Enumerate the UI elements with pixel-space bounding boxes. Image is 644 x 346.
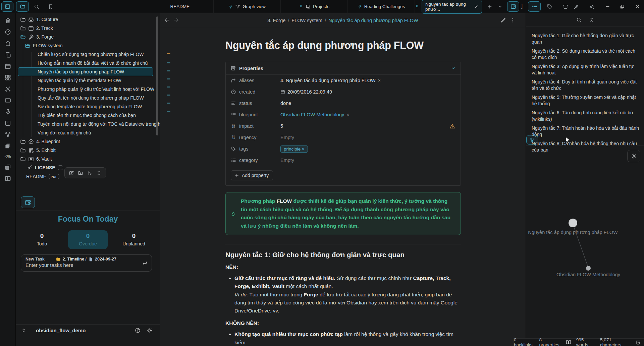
- tree-folder-vault[interactable]: 6. Vault: [16, 155, 160, 163]
- breadcrumb-folder[interactable]: 3. Forge: [267, 18, 285, 23]
- book-open-icon[interactable]: [566, 340, 571, 345]
- explorer-scrollbar[interactable]: [156, 16, 158, 135]
- stat-todo[interactable]: 0 Todo: [22, 230, 62, 249]
- table-icon[interactable]: [4, 175, 11, 182]
- tree-file[interactable]: Vòng đời của một ghi chú: [16, 128, 160, 137]
- remove-icon[interactable]: ×: [378, 78, 381, 83]
- tree-file[interactable]: Hướng dẫn nhanh để bắt đầu viết và tổ ch…: [16, 59, 160, 67]
- internal-link[interactable]: Obsidian FLOW Methodology: [280, 112, 344, 117]
- help-icon[interactable]: [135, 328, 141, 333]
- calendar-icon[interactable]: [4, 63, 11, 69]
- property-row-tags[interactable]: tags principle ×: [226, 143, 461, 155]
- tree-file-selected[interactable]: Nguyên tắc áp dụng phương pháp FLOW: [16, 67, 160, 76]
- breadcrumb-subfolder[interactable]: FLOW system: [291, 18, 322, 23]
- outline-item[interactable]: Nguyên tắc 3: Áp dụng quy trình làm việc…: [532, 63, 640, 76]
- tree-folder-exhibit[interactable]: 5. Exhibit: [16, 146, 160, 155]
- property-row-category[interactable]: category Empty: [226, 155, 461, 166]
- graph-settings-button[interactable]: [627, 150, 640, 162]
- return-icon[interactable]: [142, 261, 148, 266]
- restore-button[interactable]: [618, 1, 627, 12]
- property-row-status[interactable]: status done: [226, 98, 461, 109]
- dice-icon[interactable]: [4, 120, 11, 126]
- microphone-icon[interactable]: [4, 108, 11, 115]
- property-row-blueprint[interactable]: blueprint Obsidian FLOW Methodology×: [226, 109, 461, 120]
- presentation-icon[interactable]: [4, 97, 11, 104]
- templater-icon[interactable]: <%: [4, 154, 11, 159]
- outgoing-links-button[interactable]: [587, 1, 596, 12]
- tree-file[interactable]: Quy tắc đặt tên nội dung theo phương phá…: [16, 94, 160, 102]
- tab-projects[interactable]: Projects: [281, 0, 348, 13]
- archive-view-button[interactable]: [561, 1, 570, 12]
- backlinks-count[interactable]: 0 backlinks: [514, 337, 534, 346]
- trash-icon[interactable]: [4, 17, 11, 24]
- chevron-down-icon[interactable]: [451, 66, 456, 71]
- close-icon[interactable]: [474, 5, 478, 9]
- add-property-button[interactable]: Add property: [231, 170, 273, 180]
- tree-folder-flow-system[interactable]: FLOW system: [16, 41, 160, 50]
- more-options-icon[interactable]: [510, 17, 516, 23]
- overlap-squares-icon[interactable]: [4, 164, 11, 170]
- graph-node-linked[interactable]: [586, 266, 591, 271]
- properties-header[interactable]: Properties: [226, 62, 461, 75]
- toggle-right-sidebar-button[interactable]: [507, 1, 519, 12]
- tree-file[interactable]: Sử dụng template note trong phương pháp …: [16, 102, 160, 111]
- properties-count[interactable]: 8 properties: [539, 337, 560, 346]
- incoming-links-button[interactable]: [572, 1, 581, 12]
- local-graph-button[interactable]: [526, 135, 538, 145]
- calendar-clock-button[interactable]: [21, 196, 35, 208]
- search-button[interactable]: [32, 1, 42, 12]
- tag-pill[interactable]: principle ×: [280, 146, 308, 153]
- tree-file[interactable]: Chiến lược sử dụng tag trong phương pháp…: [16, 50, 160, 59]
- tree-file-readme-md[interactable]: README: [16, 181, 160, 183]
- tree-folder-forge[interactable]: 3. Forge: [16, 33, 160, 41]
- bookmarks-button[interactable]: [46, 1, 56, 12]
- outline-item[interactable]: Nguyên tắc 6: Tận dụng tính năng liên kế…: [532, 110, 640, 122]
- layers-icon[interactable]: [4, 142, 11, 149]
- property-row-impact[interactable]: 0110impact 5: [226, 120, 461, 132]
- settings-gear-icon[interactable]: [147, 328, 153, 333]
- tree-file[interactable]: Tuỳ biến tên thư mục theo phong cách của…: [16, 111, 160, 120]
- tree-folder-blueprint[interactable]: 4. Blueprint: [16, 137, 160, 146]
- graph-node-current[interactable]: [569, 219, 577, 227]
- collapse-all-icon[interactable]: [96, 170, 102, 176]
- tree-folder-track[interactable]: 2. Track: [16, 24, 160, 33]
- new-tab-button[interactable]: [485, 1, 494, 12]
- tab-reading-challenges[interactable]: Reading Challenges: [348, 0, 415, 13]
- outline-view-button[interactable]: [528, 1, 541, 12]
- new-folder-icon[interactable]: [78, 170, 83, 176]
- stat-unplanned[interactable]: 0 Unplanned: [114, 230, 154, 249]
- edit-mode-icon[interactable]: [500, 17, 506, 23]
- breadcrumb-note[interactable]: Nguyên tắc áp dụng phương pháp FLOW: [328, 18, 418, 23]
- outline-item[interactable]: Nguyên tắc 7: Tránh hoàn hảo hóa và bắt …: [532, 125, 640, 137]
- toggle-left-sidebar-button[interactable]: [1, 1, 13, 12]
- archive-icon[interactable]: [636, 340, 641, 345]
- tab-readme[interactable]: README: [147, 0, 214, 13]
- tab-active-note[interactable]: Nguyên tắc áp dụng phươ...: [415, 0, 482, 13]
- outline-item[interactable]: Nguyên tắc 2: Sử dụng metadata và thẻ mộ…: [532, 48, 640, 60]
- remove-icon[interactable]: ×: [346, 112, 349, 117]
- tree-file[interactable]: Nguyên tắc quản lý thẻ metadata FLOW: [16, 76, 160, 85]
- minimize-button[interactable]: [603, 1, 612, 12]
- outline-item[interactable]: Nguyên tắc 5: Thường xuyên xem xét và cậ…: [532, 94, 640, 107]
- sort-icon[interactable]: [87, 170, 93, 176]
- vault-switcher[interactable]: obsidian_flow_demo: [16, 324, 160, 336]
- tree-folder-capture[interactable]: 1. Capture: [16, 15, 160, 24]
- tree-file[interactable]: Phương pháp quản lý cấu trúc Vault linh …: [16, 85, 160, 94]
- files-button[interactable]: [16, 1, 29, 12]
- graph-icon[interactable]: [4, 131, 11, 138]
- local-graph-view[interactable]: [526, 145, 644, 338]
- property-row-created[interactable]: created 20/09/2016 22:09:49: [226, 86, 461, 98]
- property-row-urgency[interactable]: 0110urgency Empty: [226, 132, 461, 143]
- crossed-tools-icon[interactable]: [4, 85, 11, 92]
- copy-pages-icon[interactable]: [4, 51, 11, 58]
- home-icon[interactable]: [4, 40, 11, 47]
- stat-overdue[interactable]: 0 Overdue: [68, 230, 108, 249]
- gauge-icon[interactable]: [4, 28, 11, 35]
- tags-view-button[interactable]: [545, 1, 554, 12]
- close-window-button[interactable]: [633, 1, 642, 12]
- task-input[interactable]: [25, 262, 126, 268]
- property-row-aliases[interactable]: aliases 4. Nguyên tắc áp dụng phương phá…: [226, 75, 461, 86]
- outline-item[interactable]: Nguyên tắc 4: Duy trì tính nhất quán tro…: [532, 79, 640, 91]
- new-note-icon[interactable]: [69, 170, 74, 176]
- collapse-all-icon[interactable]: [589, 17, 594, 22]
